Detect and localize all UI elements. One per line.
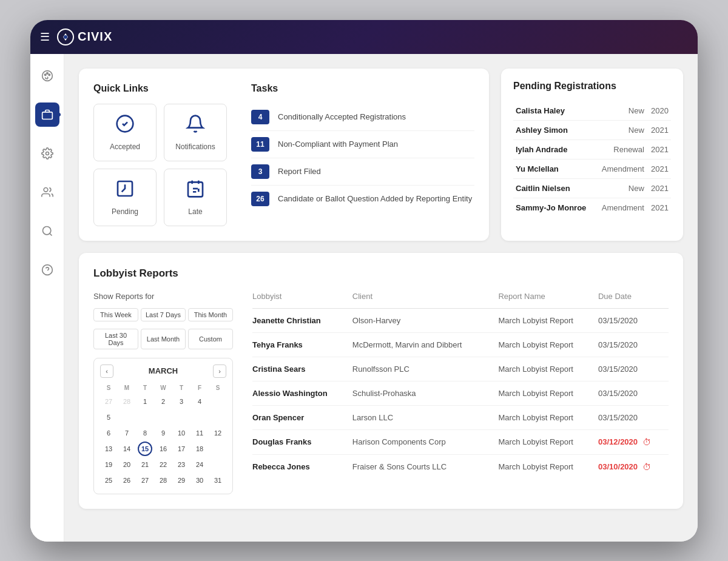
cal-day-cell[interactable]: 2 (156, 394, 170, 409)
filter-last-30-days[interactable]: Last 30 Days (93, 329, 138, 349)
quick-links-section: Quick Links Accepted (93, 83, 227, 226)
report-due-1: 03/15/2020 (598, 332, 669, 357)
sidebar-item-palette[interactable] (35, 64, 59, 88)
calendar-prev-btn[interactable]: ‹ (100, 364, 113, 378)
cal-day-cell[interactable]: 21 (138, 457, 152, 472)
cal-day-cell[interactable]: 13 (101, 442, 116, 456)
pending-row-5[interactable]: Sammy-Jo Monroe Amendment 2021 (513, 198, 671, 217)
calendar-next-btn[interactable]: › (213, 364, 226, 378)
tasks-title: Tasks (251, 83, 474, 94)
cal-day-cell[interactable]: 22 (156, 457, 170, 472)
cal-day-cell[interactable]: 27 (138, 473, 152, 488)
pending-row-1[interactable]: Ashley Simon New 2021 (513, 120, 671, 139)
cal-day-cell[interactable]: 29 (174, 473, 189, 488)
quick-links-grid: Accepted Notifications (93, 104, 227, 226)
pending-name-5: Sammy-Jo Monroe (513, 198, 595, 217)
filter-last-7-days[interactable]: Last 7 Days (141, 308, 186, 321)
cal-day-cell[interactable]: 17 (174, 442, 189, 456)
task-item-3[interactable]: 26 Candidate or Ballot Question Added by… (251, 186, 474, 212)
report-row-2[interactable]: Cristina Sears Runolfsson PLC March Loby… (252, 357, 669, 381)
cal-day-cell[interactable]: 31 (211, 473, 225, 488)
pending-year-4: 2021 (647, 178, 671, 198)
hamburger-icon[interactable]: ☰ (40, 30, 50, 44)
svg-rect-6 (42, 112, 52, 119)
sidebar-item-search[interactable] (35, 219, 59, 243)
cal-day-cell[interactable]: 1 (138, 394, 152, 409)
date-filter-row1: This Week Last 7 Days This Month (93, 308, 233, 321)
cal-day-cell[interactable]: 25 (101, 473, 116, 488)
svg-point-5 (49, 74, 50, 76)
report-due-3: 03/15/2020 (598, 381, 669, 405)
quick-link-late[interactable]: Late (164, 169, 227, 226)
report-lobbyist-3: Alessio Washington (252, 381, 352, 405)
cal-day-cell[interactable]: 4 (192, 394, 207, 409)
civix-logo-text: CIVIX (78, 30, 112, 44)
cal-day-cell[interactable]: 20 (120, 457, 134, 472)
cal-day-cell[interactable]: 16 (156, 442, 170, 456)
sidebar-item-dashboard[interactable] (35, 102, 59, 127)
cal-day-cell[interactable]: 30 (192, 473, 207, 488)
cal-day-cell[interactable]: 24 (192, 457, 207, 472)
cal-day-header: T (173, 383, 190, 393)
cal-day-cell[interactable]: 18 (192, 442, 207, 456)
quick-link-pending[interactable]: Pending (93, 169, 157, 226)
report-row-1[interactable]: Tehya Franks McDermott, Marvin and Dibbe… (252, 332, 669, 357)
pending-row-0[interactable]: Calista Haley New 2020 (513, 101, 671, 121)
cal-day-cell[interactable]: 12 (211, 426, 225, 440)
cal-day-cell[interactable]: 5 (101, 410, 116, 425)
cal-day-cell[interactable]: 19 (101, 457, 116, 472)
pending-name-0: Calista Haley (513, 101, 595, 121)
task-label-0: Conditionally Accepted Registrations (278, 112, 406, 121)
cal-day-cell[interactable]: 14 (120, 442, 134, 456)
cal-day-cell[interactable]: 23 (174, 457, 189, 472)
cal-day-cell[interactable]: 28 (156, 473, 170, 488)
cal-day-cell[interactable]: 27 (101, 394, 116, 409)
report-row-4[interactable]: Oran Spencer Larson LLC March Lobyist Re… (252, 405, 669, 429)
quick-link-notifications[interactable]: Notifications (164, 104, 227, 161)
sidebar-item-users[interactable] (35, 180, 59, 204)
cal-day-cell[interactable]: 15 (138, 442, 152, 456)
pending-row-4[interactable]: Caitlin Nielsen New 2021 (513, 178, 671, 198)
cal-day-cell[interactable]: 3 (174, 394, 189, 409)
cal-day-cell[interactable]: 6 (101, 426, 116, 440)
svg-point-9 (42, 226, 50, 234)
cal-day-cell[interactable]: 8 (138, 426, 152, 440)
tasks-list: 4 Conditionally Accepted Registrations 1… (251, 104, 474, 212)
notifications-icon (186, 114, 205, 138)
report-row-0[interactable]: Jeanette Christian Olson-Harvey March Lo… (252, 308, 669, 332)
settings-icon (41, 147, 53, 160)
cal-day-cell[interactable]: 11 (192, 426, 207, 440)
filter-last-month[interactable]: Last Month (141, 329, 186, 349)
cal-day-cell[interactable]: 7 (120, 426, 134, 440)
task-item-2[interactable]: 3 Report Filed (251, 158, 474, 186)
cal-day-cell[interactable]: 28 (120, 394, 134, 409)
report-row-3[interactable]: Alessio Washington Schulist-Prohaska Mar… (252, 381, 669, 405)
sidebar-item-help[interactable] (35, 258, 59, 282)
task-item-1[interactable]: 11 Non-Compliant with Payment Plan (251, 131, 474, 158)
quick-link-accepted[interactable]: Accepted (93, 104, 157, 161)
lobbyist-reports-content: Show Reports for This Week Last 7 Days T… (93, 292, 669, 494)
task-label-1: Non-Compliant with Payment Plan (278, 139, 398, 149)
cal-day-cell[interactable]: 26 (120, 473, 134, 488)
filter-custom[interactable]: Custom (188, 329, 233, 349)
late-label: Late (188, 207, 202, 216)
report-name-5: March Lobyist Report (498, 429, 598, 454)
report-client-1: McDermott, Marvin and Dibbert (352, 332, 499, 357)
top-row: Quick Links Accepted (79, 69, 683, 241)
task-badge-0: 4 (251, 110, 269, 124)
cal-day-header: T (136, 383, 153, 393)
filter-this-month[interactable]: This Month (188, 308, 233, 321)
report-row-5[interactable]: Douglas Franks Harison Components Corp M… (252, 429, 669, 454)
sidebar-item-settings[interactable] (35, 141, 59, 166)
pending-row-3[interactable]: Yu Mclellan Amendment 2021 (513, 159, 671, 178)
task-item-0[interactable]: 4 Conditionally Accepted Registrations (251, 104, 474, 131)
cal-day-cell[interactable]: 10 (174, 426, 189, 440)
report-row-6[interactable]: Rebecca Jones Fraiser & Sons Courts LLC … (252, 454, 669, 479)
pending-year-3: 2021 (647, 159, 671, 178)
pending-name-4: Caitlin Nielsen (513, 178, 595, 198)
pending-row-2[interactable]: Iylah Andrade Renewal 2021 (513, 139, 671, 159)
filter-this-week[interactable]: This Week (93, 308, 138, 321)
calendar-grid: SMTWTFS272812345678910111213141516171819… (100, 383, 226, 488)
cal-day-cell[interactable]: 9 (156, 426, 170, 440)
task-label-3: Candidate or Ballot Question Added by Re… (278, 194, 472, 203)
